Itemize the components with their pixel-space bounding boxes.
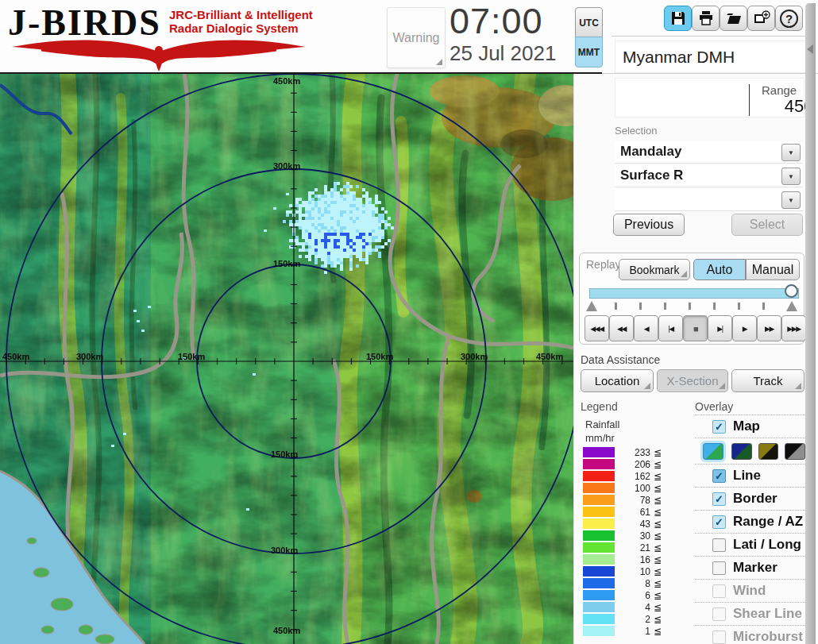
lte-symbol: ≦ — [654, 578, 662, 589]
legend-color-swatch — [583, 507, 615, 517]
x-section-button[interactable]: X-Section — [657, 369, 728, 392]
lte-symbol: ≦ — [654, 483, 662, 494]
save-button[interactable] — [664, 6, 692, 31]
checkbox-line[interactable]: ✓ — [712, 469, 726, 483]
replay-label: Replay — [586, 258, 621, 271]
checkbox-wind — [712, 584, 726, 598]
overlay-options: ✓Map✓Line✓Border✓Range / AZLati / LongMa… — [695, 415, 805, 644]
lte-symbol: ≦ — [654, 602, 662, 613]
legend-row: 61≦ — [583, 507, 677, 517]
lte-symbol: ≦ — [654, 554, 662, 565]
replay-slider-handle[interactable] — [785, 284, 798, 298]
previous-button[interactable]: Previous — [613, 214, 685, 236]
legend-color-swatch — [583, 447, 615, 457]
playback-button-7[interactable]: ▶ — [732, 315, 757, 341]
lte-symbol: ≦ — [654, 471, 662, 482]
map-style-2[interactable] — [731, 443, 752, 460]
overlay-label: Shear Line — [733, 606, 802, 622]
legend-value: 100 — [615, 483, 650, 494]
legend-row: 8≦ — [583, 578, 677, 588]
print-button[interactable] — [692, 6, 720, 31]
playback-button-9[interactable]: ▶▶▶ — [781, 315, 806, 341]
playback-button-1[interactable]: ◀◀◀ — [585, 315, 609, 341]
overlay-label: Range / AZ — [733, 514, 803, 530]
overlay-row-shear-line: Shear Line — [695, 603, 805, 626]
app-logo-tagline: JRC-Brilliant & Intelligent Radar Dialog… — [169, 8, 313, 35]
slider-start-marker[interactable] — [586, 301, 597, 311]
legend-value: 10 — [615, 566, 650, 577]
replay-slider-track[interactable] — [589, 288, 799, 299]
playback-button-5[interactable]: ■ — [683, 315, 708, 341]
slider-tick — [615, 303, 617, 310]
chevron-down-icon[interactable]: ▼ — [781, 168, 801, 185]
manual-button[interactable]: Manual — [746, 259, 800, 280]
chevron-down-icon[interactable]: ▼ — [781, 144, 801, 161]
track-button[interactable]: Track — [731, 369, 804, 392]
legend-color-swatch — [583, 626, 615, 636]
panel-collapse-strip[interactable] — [805, 3, 816, 644]
chevron-down-icon[interactable]: ▼ — [781, 191, 801, 209]
overlay-row-border: ✓Border — [695, 488, 805, 511]
mmt-toggle-button[interactable]: MMT — [575, 37, 603, 67]
legend-color-swatch — [583, 459, 615, 469]
range-label-4: 150km — [271, 449, 298, 459]
station-name-field[interactable]: Myanmar DMH — [615, 40, 811, 73]
range-label-9: 150km — [178, 352, 205, 361]
overlay-row-wind: Wind — [695, 580, 805, 603]
help-button[interactable]: ? — [775, 6, 803, 31]
replay-group: Replay Bookmark Auto Manual ◀◀◀◀◀◀|◀■▶|▶… — [579, 253, 804, 345]
legend-value: 162 — [615, 471, 650, 482]
playback-button-6[interactable]: ▶| — [708, 315, 732, 341]
legend-color-swatch — [583, 495, 615, 505]
tagline-line2: Radar Dialogic System — [169, 21, 313, 35]
playback-button-8[interactable]: ▶▶ — [757, 315, 781, 341]
legend-value: 1 — [615, 626, 650, 637]
legend-value: 233 — [615, 447, 650, 458]
utc-toggle-button[interactable]: UTC — [575, 7, 603, 38]
overlay-label: Marker — [733, 560, 777, 576]
lte-symbol: ≦ — [654, 614, 662, 625]
select-button[interactable]: Select — [731, 214, 803, 236]
legend-value: 2 — [615, 614, 650, 625]
map-style-1[interactable] — [703, 443, 723, 460]
legend-row: 16≦ — [583, 554, 677, 565]
radar-map[interactable]: 450km300km150km150km300km450km450km300km… — [0, 74, 573, 644]
lte-symbol: ≦ — [654, 459, 662, 470]
legend-row: 6≦ — [583, 590, 677, 600]
bookmark-button[interactable]: Bookmark — [619, 259, 690, 280]
legend-title: Legend — [581, 400, 618, 413]
checkbox-marker[interactable] — [712, 561, 726, 575]
checkbox-shear-line — [712, 607, 726, 621]
auto-button[interactable]: Auto — [693, 259, 746, 280]
playback-button-3[interactable]: ◀ — [634, 315, 658, 341]
legend-value: 43 — [615, 519, 650, 530]
lte-symbol: ≦ — [654, 626, 662, 637]
lte-symbol: ≦ — [654, 447, 662, 458]
overlay-row-microburst: Microburst — [695, 626, 805, 644]
range-box: Range 450 km — [615, 78, 804, 118]
selection-dropdown-3[interactable]: ▼ — [615, 189, 803, 211]
checkbox-range-az[interactable]: ✓ — [712, 515, 726, 529]
selection-dropdown-2[interactable]: Surface R▼ — [615, 165, 803, 187]
overlay-label: Wind — [733, 583, 766, 599]
location-button[interactable]: Location — [581, 369, 654, 392]
checkbox-map[interactable]: ✓ — [712, 420, 726, 434]
checkbox-lati-long[interactable] — [712, 538, 726, 552]
control-panel: Range 450 km Selection Mandalay▼Surface … — [573, 74, 805, 644]
add-image-button[interactable] — [747, 6, 775, 31]
legend-value: 8 — [615, 578, 650, 589]
playback-button-4[interactable]: |◀ — [658, 315, 683, 341]
playback-button-2[interactable]: ◀◀ — [609, 315, 634, 341]
checkbox-border[interactable]: ✓ — [712, 492, 726, 506]
map-style-3[interactable] — [758, 443, 779, 460]
lte-symbol: ≦ — [654, 507, 662, 518]
slider-end-marker[interactable] — [786, 301, 797, 311]
legend-value: 4 — [615, 602, 650, 613]
map-style-4[interactable] — [785, 443, 805, 460]
warning-button[interactable]: Warning — [387, 7, 446, 68]
legend-color-swatch — [583, 578, 615, 588]
data-assistance-label: Data Assistance — [581, 353, 660, 366]
selection-dropdown-1[interactable]: Mandalay▼ — [615, 141, 803, 164]
legend-value: 78 — [615, 495, 650, 506]
open-file-button[interactable] — [720, 6, 747, 31]
